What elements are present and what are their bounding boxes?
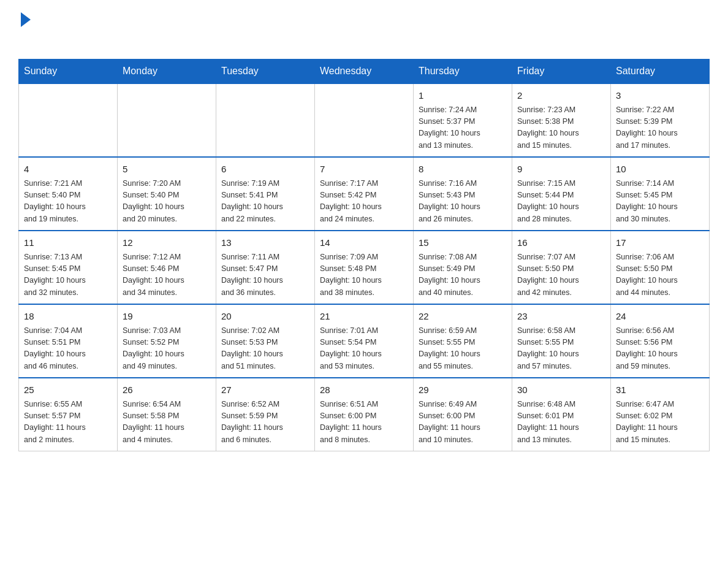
day-number: 20 [221,310,309,324]
day-number: 29 [419,383,507,397]
day-number: 24 [616,310,704,324]
day-number: 4 [24,163,112,177]
table-row: 26Sunrise: 6:54 AM Sunset: 5:58 PM Dayli… [118,378,216,451]
day-number: 17 [616,236,704,250]
day-info: Sunrise: 7:14 AM Sunset: 5:45 PM Dayligh… [616,178,704,226]
table-row: 6Sunrise: 7:19 AM Sunset: 5:41 PM Daylig… [216,157,315,231]
day-info: Sunrise: 7:03 AM Sunset: 5:52 PM Dayligh… [123,325,211,373]
table-row: 4Sunrise: 7:21 AM Sunset: 5:40 PM Daylig… [19,157,118,231]
day-number: 2 [517,89,605,103]
day-number: 7 [320,163,408,177]
table-row: 15Sunrise: 7:08 AM Sunset: 5:49 PM Dayli… [414,231,512,304]
table-row: 30Sunrise: 6:48 AM Sunset: 6:01 PM Dayli… [512,378,611,451]
day-info: Sunrise: 7:24 AM Sunset: 5:37 PM Dayligh… [419,104,507,152]
day-info: Sunrise: 6:52 AM Sunset: 5:59 PM Dayligh… [221,399,309,446]
calendar-week-row: 18Sunrise: 7:04 AM Sunset: 5:51 PM Dayli… [19,304,710,378]
col-sunday: Sunday [19,59,118,84]
day-info: Sunrise: 6:59 AM Sunset: 5:55 PM Dayligh… [419,325,507,373]
day-info: Sunrise: 7:02 AM Sunset: 5:53 PM Dayligh… [221,325,309,373]
table-row: 29Sunrise: 6:49 AM Sunset: 6:00 PM Dayli… [414,378,512,451]
day-number: 25 [24,383,112,397]
table-row: 23Sunrise: 6:58 AM Sunset: 5:55 PM Dayli… [512,304,611,378]
table-row: 13Sunrise: 7:11 AM Sunset: 5:47 PM Dayli… [216,231,315,304]
table-row: 20Sunrise: 7:02 AM Sunset: 5:53 PM Dayli… [216,304,315,378]
table-row: 27Sunrise: 6:52 AM Sunset: 5:59 PM Dayli… [216,378,315,451]
day-info: Sunrise: 7:06 AM Sunset: 5:50 PM Dayligh… [616,251,704,299]
day-number: 18 [24,310,112,324]
table-row: 3Sunrise: 7:22 AM Sunset: 5:39 PM Daylig… [611,83,710,157]
table-row: 28Sunrise: 6:51 AM Sunset: 6:00 PM Dayli… [315,378,414,451]
day-info: Sunrise: 6:47 AM Sunset: 6:02 PM Dayligh… [616,399,704,446]
day-number: 5 [123,163,211,177]
day-info: Sunrise: 7:22 AM Sunset: 5:39 PM Dayligh… [616,104,704,152]
day-info: Sunrise: 7:07 AM Sunset: 5:50 PM Dayligh… [517,251,605,299]
col-saturday: Saturday [611,59,710,84]
col-monday: Monday [118,59,216,84]
table-row: 16Sunrise: 7:07 AM Sunset: 5:50 PM Dayli… [512,231,611,304]
day-info: Sunrise: 7:15 AM Sunset: 5:44 PM Dayligh… [517,178,605,226]
table-row: 12Sunrise: 7:12 AM Sunset: 5:46 PM Dayli… [118,231,216,304]
day-info: Sunrise: 6:48 AM Sunset: 6:01 PM Dayligh… [517,399,605,446]
page-header [18,12,710,48]
day-number: 27 [221,383,309,397]
day-info: Sunrise: 6:56 AM Sunset: 5:56 PM Dayligh… [616,325,704,373]
day-info: Sunrise: 7:19 AM Sunset: 5:41 PM Dayligh… [221,178,309,226]
table-row: 19Sunrise: 7:03 AM Sunset: 5:52 PM Dayli… [118,304,216,378]
table-row [315,83,414,157]
day-info: Sunrise: 7:16 AM Sunset: 5:43 PM Dayligh… [419,178,507,226]
day-number: 15 [419,236,507,250]
table-row: 10Sunrise: 7:14 AM Sunset: 5:45 PM Dayli… [611,157,710,231]
col-thursday: Thursday [414,59,512,84]
table-row: 14Sunrise: 7:09 AM Sunset: 5:48 PM Dayli… [315,231,414,304]
day-number: 14 [320,236,408,250]
table-row: 8Sunrise: 7:16 AM Sunset: 5:43 PM Daylig… [414,157,512,231]
table-row: 1Sunrise: 7:24 AM Sunset: 5:37 PM Daylig… [414,83,512,157]
logo-arrow-icon [21,12,31,27]
day-info: Sunrise: 6:58 AM Sunset: 5:55 PM Dayligh… [517,325,605,373]
day-number: 11 [24,236,112,250]
day-number: 10 [616,163,704,177]
day-number: 19 [123,310,211,324]
day-number: 31 [616,383,704,397]
day-number: 21 [320,310,408,324]
table-row: 7Sunrise: 7:17 AM Sunset: 5:42 PM Daylig… [315,157,414,231]
day-number: 13 [221,236,309,250]
day-info: Sunrise: 7:20 AM Sunset: 5:40 PM Dayligh… [123,178,211,226]
col-wednesday: Wednesday [315,59,414,84]
table-row: 2Sunrise: 7:23 AM Sunset: 5:38 PM Daylig… [512,83,611,157]
table-row: 24Sunrise: 6:56 AM Sunset: 5:56 PM Dayli… [611,304,710,378]
day-number: 3 [616,89,704,103]
table-row: 22Sunrise: 6:59 AM Sunset: 5:55 PM Dayli… [414,304,512,378]
day-info: Sunrise: 7:01 AM Sunset: 5:54 PM Dayligh… [320,325,408,373]
day-info: Sunrise: 6:54 AM Sunset: 5:58 PM Dayligh… [123,399,211,446]
day-number: 16 [517,236,605,250]
day-info: Sunrise: 7:23 AM Sunset: 5:38 PM Dayligh… [517,104,605,152]
table-row: 18Sunrise: 7:04 AM Sunset: 5:51 PM Dayli… [19,304,118,378]
table-row [19,83,118,157]
table-row [216,83,315,157]
day-info: Sunrise: 6:55 AM Sunset: 5:57 PM Dayligh… [24,399,112,446]
table-row: 25Sunrise: 6:55 AM Sunset: 5:57 PM Dayli… [19,378,118,451]
day-info: Sunrise: 7:04 AM Sunset: 5:51 PM Dayligh… [24,325,112,373]
day-info: Sunrise: 6:51 AM Sunset: 6:00 PM Dayligh… [320,399,408,446]
table-row: 21Sunrise: 7:01 AM Sunset: 5:54 PM Dayli… [315,304,414,378]
table-row: 5Sunrise: 7:20 AM Sunset: 5:40 PM Daylig… [118,157,216,231]
day-number: 1 [419,89,507,103]
table-row: 11Sunrise: 7:13 AM Sunset: 5:45 PM Dayli… [19,231,118,304]
calendar-header-row: Sunday Monday Tuesday Wednesday Thursday… [19,59,710,84]
day-number: 12 [123,236,211,250]
day-info: Sunrise: 7:11 AM Sunset: 5:47 PM Dayligh… [221,251,309,299]
day-info: Sunrise: 7:13 AM Sunset: 5:45 PM Dayligh… [24,251,112,299]
day-number: 30 [517,383,605,397]
table-row: 31Sunrise: 6:47 AM Sunset: 6:02 PM Dayli… [611,378,710,451]
calendar-week-row: 25Sunrise: 6:55 AM Sunset: 5:57 PM Dayli… [19,378,710,451]
calendar-week-row: 4Sunrise: 7:21 AM Sunset: 5:40 PM Daylig… [19,157,710,231]
day-info: Sunrise: 7:21 AM Sunset: 5:40 PM Dayligh… [24,178,112,226]
table-row [118,83,216,157]
day-number: 22 [419,310,507,324]
day-info: Sunrise: 7:12 AM Sunset: 5:46 PM Dayligh… [123,251,211,299]
calendar-table: Sunday Monday Tuesday Wednesday Thursday… [18,59,710,451]
table-row: 9Sunrise: 7:15 AM Sunset: 5:44 PM Daylig… [512,157,611,231]
col-tuesday: Tuesday [216,59,315,84]
calendar-week-row: 11Sunrise: 7:13 AM Sunset: 5:45 PM Dayli… [19,231,710,304]
